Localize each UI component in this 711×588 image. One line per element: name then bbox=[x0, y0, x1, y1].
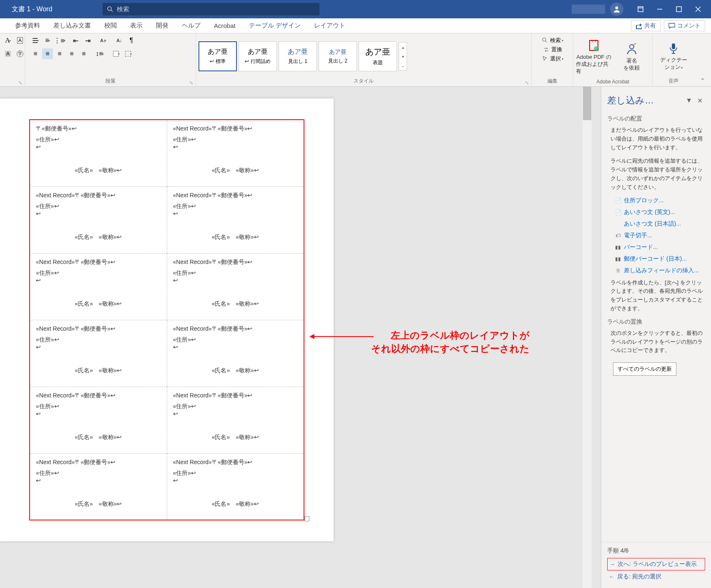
style-heading1[interactable]: あア亜見出し 1 bbox=[279, 41, 317, 71]
link-greeting-jp[interactable]: あいさつ文 (日本語)... bbox=[615, 220, 705, 228]
search-placeholder: 検索 bbox=[117, 5, 129, 13]
user-avatar[interactable] bbox=[610, 3, 623, 16]
label-cell[interactable]: «Next Record»〒«郵便番号»↩«住所»↩↩«氏名» «敬称»↩ bbox=[167, 387, 304, 453]
share-button[interactable]: 共有 bbox=[631, 20, 661, 31]
label-cell[interactable]: «Next Record»〒«郵便番号»↩«住所»↩↩«氏名» «敬称»↩ bbox=[167, 453, 304, 520]
taskpane-close-button[interactable]: ✕ bbox=[695, 97, 705, 105]
tab-review[interactable]: 校閲 bbox=[98, 18, 123, 33]
pdf-icon bbox=[587, 39, 600, 52]
align-left-button[interactable]: ≡ bbox=[30, 48, 41, 59]
show-marks-button[interactable]: ¶ bbox=[126, 35, 137, 46]
svg-point-13 bbox=[630, 45, 634, 49]
replace-icon bbox=[543, 46, 550, 53]
label-cell[interactable]: «Next Record»〒«郵便番号»↩«住所»↩↩«氏名» «敬称»↩ bbox=[30, 253, 167, 320]
borders-button[interactable]: ▾ bbox=[123, 48, 134, 59]
update-all-labels-button[interactable]: すべてのラベルの更新 bbox=[613, 362, 676, 376]
label-cell[interactable]: «Next Record»〒«郵便番号»↩«住所»↩↩«氏名» «敬称»↩ bbox=[30, 453, 167, 520]
decrease-indent-button[interactable]: ⇤ bbox=[70, 35, 81, 46]
bullets-button[interactable]: ☰▾ bbox=[30, 35, 41, 46]
svg-rect-3 bbox=[638, 7, 643, 12]
ribbon-display-button[interactable] bbox=[631, 0, 650, 18]
collapse-ribbon-button[interactable]: ⌃ bbox=[694, 75, 711, 86]
help-text-2: ラベルに宛先の情報を追加するには、ラベルで情報を追加する場所をクリックし、次のい… bbox=[607, 157, 705, 191]
mic-icon bbox=[667, 42, 680, 55]
link-greeting-en[interactable]: 📄あいさつ文 (英文)... bbox=[615, 209, 705, 216]
tab-table-design[interactable]: テーブル デザイン bbox=[242, 18, 307, 33]
document-page[interactable]: 〒«郵便番号»↩«住所»↩↩«氏名» «敬称»↩«Next Record»〒«郵… bbox=[0, 98, 334, 541]
scrollbar-thumb[interactable] bbox=[583, 87, 591, 120]
phonetic-guide-button[interactable]: A↕▾ bbox=[98, 35, 109, 46]
search-icon bbox=[542, 37, 548, 44]
label-cell[interactable]: «Next Record»〒«郵便番号»↩«住所»↩↩«氏名» «敬称»↩ bbox=[30, 387, 167, 453]
step-indicator: 手順 4/6 bbox=[607, 547, 705, 555]
search-box[interactable]: 検索 bbox=[103, 3, 319, 15]
paragraph-dialog-launcher[interactable]: ⤡ bbox=[189, 80, 193, 85]
find-button[interactable]: 検索 ▾ bbox=[542, 37, 563, 44]
link-jp-barcode[interactable]: ▮▮郵便バーコード (日本)... bbox=[615, 255, 705, 263]
minimize-button[interactable] bbox=[650, 0, 669, 18]
arrow-left-icon: ← bbox=[609, 573, 615, 580]
numbering-button[interactable]: ≡▾ bbox=[42, 35, 53, 46]
link-address-block[interactable]: 📄住所ブロック... bbox=[615, 197, 705, 204]
increase-indent-button[interactable]: ⇥ bbox=[82, 35, 93, 46]
help-text-4: 次のボタンをクリックすると、最初のラベルのレイアウトをページの別のラベルにコピー… bbox=[607, 329, 705, 355]
style-heading2[interactable]: あア亜見出し 2 bbox=[319, 41, 357, 71]
table-resize-handle[interactable] bbox=[304, 516, 309, 521]
comment-button[interactable]: コメント bbox=[664, 20, 705, 31]
help-text-3: ラベルを作成したら、[次へ] をクリックします。その後、各宛先用のラベルをプレビ… bbox=[607, 279, 705, 313]
maximize-button[interactable] bbox=[669, 0, 688, 18]
styles-dialog-launcher[interactable]: ⤡ bbox=[525, 80, 529, 85]
close-button[interactable] bbox=[688, 0, 708, 18]
link-insert-field[interactable]: ⎘差し込みフィールドの挿入... bbox=[615, 267, 705, 274]
link-estamp[interactable]: 🏷電子切手... bbox=[615, 232, 705, 239]
user-name-box[interactable] bbox=[572, 5, 605, 14]
tab-acrobat[interactable]: Acrobat bbox=[207, 18, 242, 33]
select-button[interactable]: 選択 ▾ bbox=[542, 55, 563, 63]
tab-layout[interactable]: レイアウト bbox=[307, 18, 352, 33]
label-cell[interactable]: «Next Record»〒«郵便番号»↩«住所»↩↩«氏名» «敬称»↩ bbox=[30, 320, 167, 387]
create-pdf-button[interactable]: Adobe PDF の作成および共有 bbox=[576, 39, 612, 75]
align-center-button[interactable]: ≡ bbox=[42, 48, 53, 59]
ribbon-tabs: 参考資料 差し込み文書 校閲 表示 開発 ヘルプ Acrobat テーブル デザ… bbox=[0, 18, 711, 33]
vertical-scrollbar[interactable] bbox=[583, 87, 592, 588]
distribute-button[interactable]: ≡ bbox=[78, 48, 89, 59]
char-border-button[interactable]: A bbox=[15, 35, 25, 46]
label-cell[interactable]: «Next Record»〒«郵便番号»↩«住所»↩↩«氏名» «敬称»↩ bbox=[167, 120, 304, 186]
tab-help[interactable]: ヘルプ bbox=[175, 18, 207, 33]
sort-button[interactable]: A↓ bbox=[114, 35, 125, 46]
dictation-button[interactable]: ディクテーション ▾ bbox=[655, 42, 692, 71]
labels-table[interactable]: 〒«郵便番号»↩«住所»↩↩«氏名» «敬称»↩«Next Record»〒«郵… bbox=[29, 119, 304, 520]
style-title[interactable]: あア亜表題 bbox=[359, 41, 397, 71]
request-signature-button[interactable]: 署名を依頼 bbox=[614, 43, 650, 72]
label-cell[interactable]: «Next Record»〒«郵便番号»↩«住所»↩↩«氏名» «敬称»↩ bbox=[167, 253, 304, 320]
char-shading-button[interactable]: A bbox=[3, 48, 13, 59]
label-cell[interactable]: «Next Record»〒«郵便番号»↩«住所»↩↩«氏名» «敬称»↩ bbox=[167, 320, 304, 387]
style-no-spacing[interactable]: あア亜↩ 行間詰め bbox=[239, 41, 277, 71]
link-barcode[interactable]: ▮▮バーコード... bbox=[615, 244, 705, 251]
shading-button[interactable]: ▾ bbox=[111, 48, 122, 59]
label-cell[interactable]: «Next Record»〒«郵便番号»↩«住所»↩↩«氏名» «敬称»↩ bbox=[30, 186, 167, 253]
enclose-char-button[interactable]: 字 bbox=[15, 48, 25, 59]
annotation-text: 左上のラベル枠のレイアウトがそれ以外の枠にすべてコピーされた bbox=[371, 329, 530, 355]
font-dialog-launcher[interactable]: ⤡ bbox=[18, 80, 22, 85]
styles-gallery-more[interactable]: ▴▾⌄ bbox=[399, 42, 407, 70]
prev-step-link[interactable]: ←戻る: 宛先の選択 bbox=[607, 570, 705, 583]
next-step-link[interactable]: →次へ: ラベルのプレビュー表示 bbox=[607, 558, 705, 570]
share-icon bbox=[636, 23, 642, 29]
label-cell[interactable]: «Next Record»〒«郵便番号»↩«住所»↩↩«氏名» «敬称»↩ bbox=[167, 186, 304, 253]
tab-references[interactable]: 参考資料 bbox=[8, 18, 47, 33]
justify-button[interactable]: ≡ bbox=[66, 48, 77, 59]
paragraph-group-label: 段落 bbox=[106, 78, 116, 85]
label-cell[interactable]: 〒«郵便番号»↩«住所»↩↩«氏名» «敬称»↩ bbox=[30, 120, 167, 186]
replace-button[interactable]: 置換 bbox=[543, 46, 562, 53]
multilevel-button[interactable]: ⋮≡▾ bbox=[54, 35, 65, 46]
tab-developer[interactable]: 開発 bbox=[149, 18, 175, 33]
taskpane-options-button[interactable]: ▼ bbox=[683, 97, 695, 104]
tab-view[interactable]: 表示 bbox=[123, 18, 149, 33]
tab-mailings[interactable]: 差し込み文書 bbox=[47, 18, 98, 33]
style-normal[interactable]: あア亜↩ 標準 bbox=[198, 41, 237, 71]
line-spacing-button[interactable]: ↕≡▾ bbox=[94, 48, 105, 59]
document-area: ✥ 〒«郵便番号»↩«住所»↩↩«氏名» «敬称»↩«Next Record»〒… bbox=[0, 87, 592, 588]
change-case-button[interactable]: A▾ bbox=[3, 35, 13, 46]
align-right-button[interactable]: ≡ bbox=[54, 48, 65, 59]
